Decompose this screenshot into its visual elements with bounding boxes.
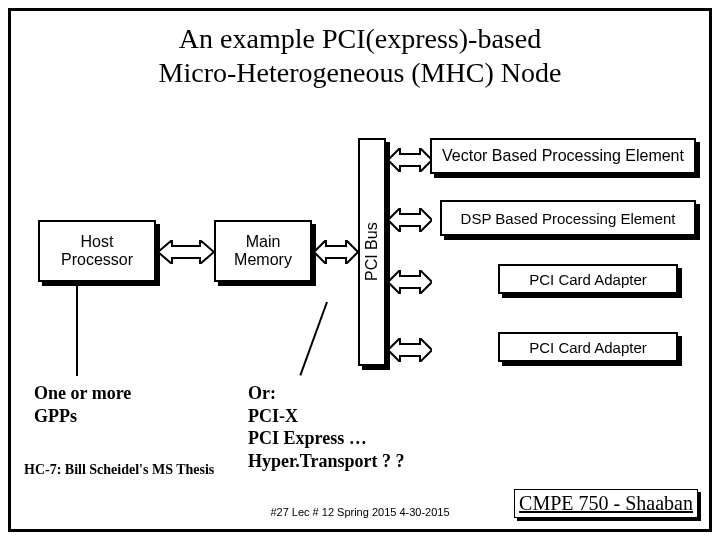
dsp-pe-block: DSP Based Processing Element bbox=[440, 200, 696, 236]
pci-adapter1-block: PCI Card Adapter bbox=[498, 264, 678, 294]
host-processor-block: Host Processor bbox=[38, 220, 156, 282]
main-memory-block: Main Memory bbox=[214, 220, 312, 282]
arrow-bus-adapter1 bbox=[388, 270, 432, 294]
pci-bus-label: PCI Bus bbox=[358, 138, 386, 366]
arrow-bus-dsp bbox=[388, 208, 432, 232]
pci-adapter2-block: PCI Card Adapter bbox=[498, 332, 678, 362]
arrow-host-mem bbox=[158, 240, 214, 264]
title-line1: An example PCI(express)-based bbox=[179, 23, 541, 54]
svg-marker-0 bbox=[158, 240, 214, 264]
arrow-bus-vector bbox=[388, 148, 432, 172]
arrow-bus-adapter2 bbox=[388, 338, 432, 362]
svg-marker-4 bbox=[388, 270, 432, 294]
svg-marker-1 bbox=[314, 240, 358, 264]
svg-marker-5 bbox=[388, 338, 432, 362]
slide-title: An example PCI(express)-based Micro-Hete… bbox=[0, 22, 720, 89]
arrow-mem-bus bbox=[314, 240, 358, 264]
callout-line-gpps bbox=[76, 284, 78, 376]
course-badge: CMPE 750 - Shaaban bbox=[514, 489, 698, 518]
svg-marker-3 bbox=[388, 208, 432, 232]
title-line2: Micro-Heterogeneous (MHC) Node bbox=[159, 57, 562, 88]
gpps-annotation: One or more GPPs bbox=[34, 382, 131, 427]
bus-alternatives-annotation: Or: PCI-X PCI Express … Hyper.Transport … bbox=[248, 382, 405, 472]
vector-pe-block: Vector Based Processing Element bbox=[430, 138, 696, 174]
thesis-credit: HC-7: Bill Scheidel's MS Thesis bbox=[24, 462, 214, 478]
svg-marker-2 bbox=[388, 148, 432, 172]
